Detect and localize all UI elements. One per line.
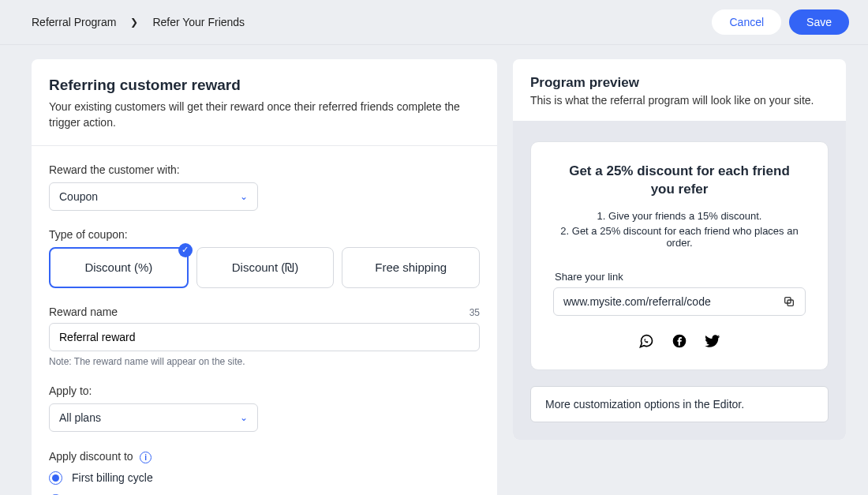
reward-name-input[interactable]	[49, 323, 480, 351]
widget-inst2: 2. Get a 25% discount for each friend wh…	[553, 225, 806, 249]
apply-discount-label: Apply discount to	[49, 450, 133, 463]
reward-name-counter: 35	[470, 307, 480, 318]
apply-to-value: All plans	[59, 411, 101, 424]
twitter-icon[interactable]	[705, 333, 720, 349]
section-title: Referring customer reward	[49, 77, 480, 94]
coupon-type-percent[interactable]: ✓ Discount (%)	[49, 247, 189, 288]
apply-to-label: Apply to:	[49, 384, 480, 397]
copy-icon[interactable]	[783, 295, 795, 308]
cycle-first-label: First billing cycle	[72, 471, 153, 484]
coupon-type-currency-label: Discount (₪)	[232, 261, 299, 274]
reward-with-label: Reward the customer with:	[49, 163, 480, 176]
cancel-button[interactable]: Cancel	[712, 9, 781, 35]
cycle-first[interactable]: First billing cycle	[49, 471, 480, 485]
breadcrumb-current: Refer Your Friends	[152, 16, 245, 28]
widget-title: Get a 25% discount for each friend you r…	[569, 163, 790, 199]
reward-name-note: Note: The reward name will appear on the…	[49, 356, 480, 367]
reward-with-value: Coupon	[59, 190, 98, 203]
check-icon: ✓	[178, 243, 193, 257]
breadcrumb: Referral Program ❯ Refer Your Friends	[32, 16, 245, 28]
share-label: Share your link	[555, 271, 806, 283]
share-link-box[interactable]: www.mysite.com/referral/code	[553, 287, 806, 316]
section-subtitle: Your existing customers will get their r…	[49, 99, 480, 131]
coupon-type-freeship[interactable]: Free shipping	[342, 247, 480, 288]
facebook-icon[interactable]	[672, 333, 687, 349]
reward-name-label: Reward name	[49, 306, 118, 318]
chevron-down-icon: ⌄	[240, 191, 248, 202]
widget-inst1: 1. Give your friends a 15% discount.	[553, 210, 806, 222]
coupon-type-percent-label: Discount (%)	[84, 261, 152, 274]
preview-widget: Get a 25% discount for each friend you r…	[530, 141, 829, 370]
preview-title: Program preview	[530, 75, 829, 91]
coupon-type-freeship-label: Free shipping	[375, 261, 447, 274]
editor-note: More customization options in the Editor…	[530, 386, 829, 422]
info-icon[interactable]: i	[140, 452, 152, 463]
save-button[interactable]: Save	[789, 9, 849, 35]
coupon-type-label: Type of coupon:	[49, 228, 480, 241]
coupon-type-currency[interactable]: Discount (₪)	[196, 247, 335, 288]
preview-subtitle: This is what the referral program will l…	[530, 94, 829, 107]
chevron-right-icon: ❯	[130, 17, 138, 28]
radio-icon	[49, 471, 62, 485]
reward-with-select[interactable]: Coupon ⌄	[49, 182, 258, 211]
share-url: www.mysite.com/referral/code	[563, 295, 711, 308]
chevron-down-icon: ⌄	[240, 412, 248, 423]
breadcrumb-root[interactable]: Referral Program	[32, 16, 116, 28]
apply-to-select[interactable]: All plans ⌄	[49, 403, 258, 432]
whatsapp-icon[interactable]	[638, 333, 654, 349]
